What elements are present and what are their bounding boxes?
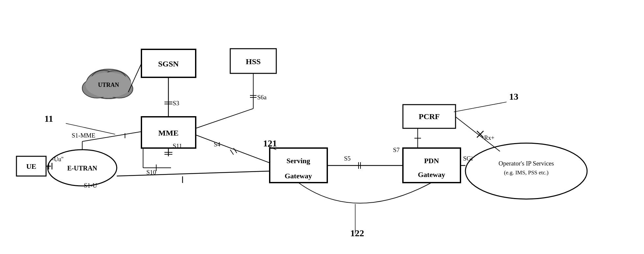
sgi-label: SGi <box>463 155 473 162</box>
ref-121: 121 <box>263 138 277 148</box>
operator-ip-label-2: (e.g. IMS, PSS etc.) <box>504 169 549 176</box>
svg-line-28 <box>196 109 253 128</box>
sgsn-label: SGSN <box>158 60 179 68</box>
network-diagram-svg: UTRAN UE E-UTRAN SGSN MME HSS Serving Ga… <box>0 0 644 254</box>
s3-label: S3 <box>173 100 179 107</box>
svg-line-29 <box>196 135 270 163</box>
s5-label: S5 <box>344 155 351 162</box>
ref-13: 13 <box>509 91 518 102</box>
svg-line-30 <box>230 150 234 155</box>
s1mme-label: S1-MME <box>72 132 95 139</box>
s7-label: S7 <box>393 146 400 153</box>
serving-gw-label-1: Serving <box>286 157 310 165</box>
ue-label: UE <box>26 162 37 170</box>
s10-label: S10 <box>146 169 156 176</box>
uu-label: -Uu" <box>52 156 63 163</box>
hss-label: HSS <box>246 57 260 66</box>
serving-gw-label-2: Gateway <box>285 172 312 180</box>
s11-label: S11 <box>173 142 182 149</box>
pcrf-label: PCRF <box>419 112 440 121</box>
svg-line-10 <box>117 171 270 176</box>
operator-ip-label-1: Operator's IP Services <box>499 160 554 167</box>
rxplus-label: Rx+ <box>484 135 494 141</box>
pdn-gw-label-1: PDN <box>424 157 439 165</box>
pdn-gw-label-2: Gateway <box>418 170 445 179</box>
s4-label: S4 <box>214 141 221 148</box>
s6a-label: S6a <box>257 94 267 101</box>
svg-line-38 <box>456 117 500 151</box>
svg-line-18 <box>128 64 141 92</box>
utran-cloud: UTRAN <box>82 69 133 99</box>
svg-line-42 <box>454 102 507 112</box>
utran-label: UTRAN <box>98 82 119 88</box>
ref-122: 122 <box>350 228 364 238</box>
eutran-label: E-UTRAN <box>67 165 97 172</box>
s1u-label: S1-U <box>84 182 97 189</box>
mme-label: MME <box>158 129 178 137</box>
diagram-container: UTRAN UE E-UTRAN SGSN MME HSS Serving Ga… <box>0 0 644 254</box>
ref-11: 11 <box>44 114 53 124</box>
